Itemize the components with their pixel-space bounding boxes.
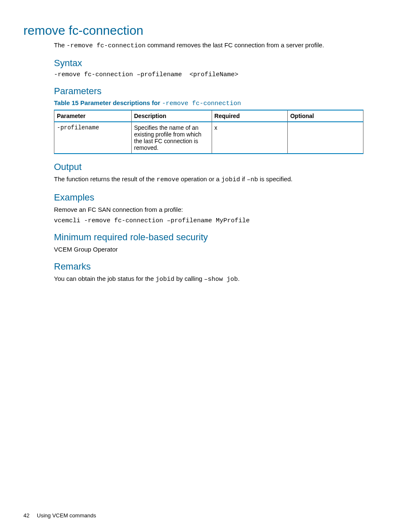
remarks-paragraph: You can obtain the job status for the jo… (54, 275, 366, 284)
chapter-title: Using VCEM commands (37, 512, 96, 519)
intro-code: -remove fc-connection (66, 42, 146, 49)
security-text: VCEM Group Operator (54, 245, 366, 254)
output-heading: Output (54, 162, 366, 172)
page-footer: 42 Using VCEM commands (23, 512, 96, 519)
output-t4: is specified. (258, 175, 293, 182)
examples-heading: Examples (54, 192, 366, 203)
output-c3: –nb (247, 176, 258, 183)
page-number: 42 (23, 512, 29, 519)
output-t1: The function returns the result of the (54, 175, 156, 182)
td-optional (287, 122, 363, 154)
td-parameter: -profilename (54, 122, 132, 154)
output-t3: if (240, 175, 247, 182)
remarks-t3: . (238, 275, 240, 282)
remarks-t1: You can obtain the job status for the (54, 275, 156, 282)
table-caption: Table 15 Parameter descriptions for -rem… (54, 99, 366, 107)
caption-prefix: Table 15 Parameter descriptions for (54, 99, 162, 106)
remarks-c1: jobid (156, 276, 174, 283)
table-row: -profilename Specifies the name of an ex… (54, 122, 363, 154)
page-title: remove fc-connection (23, 23, 366, 38)
output-c2: jobid (221, 176, 240, 183)
output-paragraph: The function returns the result of the r… (54, 175, 366, 184)
intro-pre: The (54, 41, 66, 49)
intro-paragraph: The -remove fc-connection command remove… (54, 41, 366, 50)
page-body: remove fc-connection The -remove fc-conn… (0, 0, 399, 284)
table-header-row: Parameter Description Required Optional (54, 110, 363, 122)
syntax-code: -remove fc-connection –profilename <prof… (54, 71, 366, 78)
remarks-heading: Remarks (54, 261, 366, 272)
th-parameter: Parameter (54, 110, 132, 122)
th-description: Description (131, 110, 212, 122)
output-t2: operation or a (179, 175, 221, 182)
remarks-c2: –show job (204, 276, 238, 283)
remarks-t2: by calling (174, 275, 204, 282)
caption-code: -remove fc-connection (162, 100, 241, 107)
security-heading: Minimum required role-based security (54, 232, 366, 243)
td-required: x (212, 122, 287, 154)
content: The -remove fc-connection command remove… (54, 41, 366, 284)
th-optional: Optional (287, 110, 363, 122)
parameters-heading: Parameters (54, 86, 366, 97)
th-required: Required (212, 110, 287, 122)
examples-lead: Remove an FC SAN connection from a profi… (54, 206, 366, 214)
td-description: Specifies the name of an existing profil… (131, 122, 212, 154)
intro-post: command removes the last FC connection f… (146, 41, 324, 49)
output-c1: remove (156, 176, 179, 183)
parameters-table: Parameter Description Required Optional … (54, 110, 363, 154)
syntax-heading: Syntax (54, 58, 366, 69)
examples-code: vcemcli -remove fc-connection –profilena… (54, 217, 366, 224)
